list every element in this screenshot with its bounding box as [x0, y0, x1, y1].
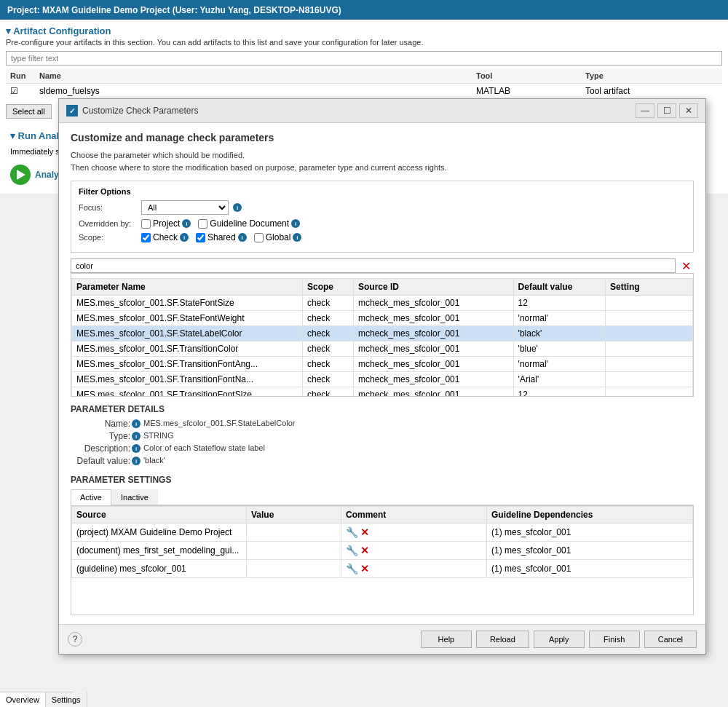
- scope-cell: check: [303, 341, 354, 357]
- project-checkbox-item[interactable]: Project i: [141, 218, 191, 229]
- guideline-doc-checkbox-item[interactable]: Guideline Document i: [198, 218, 300, 229]
- scope-header: Scope: [303, 279, 354, 296]
- row-tool-cell: MATLAB: [476, 86, 585, 96]
- settings-row[interactable]: (guideline) mes_sfcolor_001 🔧 ✕ (1) mes_…: [72, 560, 693, 578]
- search-input[interactable]: [71, 258, 676, 273]
- check-scope-item[interactable]: Check i: [141, 232, 189, 242]
- check-scope-label: Check: [153, 232, 178, 242]
- params-table-scroll[interactable]: Parameter Name Scope Source ID Default v…: [71, 273, 694, 397]
- settings-guideline-cell: (1) mes_sfcolor_001: [487, 524, 693, 542]
- delete-icon[interactable]: ✕: [360, 563, 369, 574]
- default-value-cell: 'normal': [513, 357, 605, 372]
- finish-button[interactable]: Finish: [589, 631, 640, 648]
- default-value-cell: 'normal': [513, 311, 605, 326]
- global-scope-info-icon: i: [293, 233, 301, 242]
- table-row[interactable]: MES.mes_sfcolor_001.SF.StateFontWeight c…: [72, 311, 693, 326]
- tab-overview[interactable]: Overview: [0, 692, 46, 707]
- check-scope-info-icon: i: [180, 233, 189, 242]
- focus-select[interactable]: All: [141, 200, 229, 215]
- artifact-config-title[interactable]: ▾ Artifact Configuration: [6, 25, 722, 36]
- global-scope-checkbox[interactable]: [254, 233, 264, 242]
- bottom-tabs: Overview Settings: [0, 692, 73, 707]
- dialog-body: Customize and manage check parameters Ch…: [59, 123, 705, 624]
- select-all-button[interactable]: Select all: [6, 104, 52, 119]
- clear-search-button[interactable]: ✕: [678, 259, 694, 273]
- tab-inactive[interactable]: Inactive: [111, 489, 158, 505]
- settings-tabs: Active Inactive: [71, 489, 694, 505]
- scope-row: Scope: Check i Shared i Global: [79, 232, 686, 242]
- settings-value-cell: [247, 560, 341, 578]
- shared-scope-item[interactable]: Shared i: [196, 232, 247, 242]
- detail-type-label: Type: i: [71, 431, 143, 441]
- title-bar: Project: MXAM Guideline Demo Project (Us…: [0, 0, 728, 20]
- setting-cell: [606, 326, 693, 341]
- filter-options-label: Filter Options: [79, 187, 686, 196]
- tab-settings[interactable]: Settings: [46, 692, 87, 707]
- source-id-cell: mcheck_mes_sfcolor_001: [354, 357, 514, 372]
- help-button[interactable]: Help: [421, 631, 472, 648]
- dialog-title-text: Customize Check Parameters: [82, 106, 198, 116]
- dialog-icon: ✓: [66, 105, 78, 116]
- check-scope-checkbox[interactable]: [141, 233, 151, 242]
- tab-active[interactable]: Active: [71, 489, 111, 505]
- global-scope-item[interactable]: Global i: [254, 232, 302, 242]
- param-name-cell: MES.mes_sfcolor_001.SF.TransitionFontNa.…: [72, 372, 303, 387]
- settings-row[interactable]: (document) mes_first_set_modeling_gui...…: [72, 542, 693, 560]
- edit-icon[interactable]: 🔧: [346, 526, 358, 538]
- edit-icon[interactable]: 🔧: [346, 545, 358, 556]
- param-name-cell: MES.mes_sfcolor_001.SF.TransitionFontAng…: [72, 357, 303, 372]
- play-icon[interactable]: [10, 165, 31, 185]
- settings-comment-cell: 🔧 ✕: [341, 542, 487, 560]
- minimize-button[interactable]: —: [636, 103, 654, 118]
- table-row[interactable]: MES.mes_sfcolor_001.SF.StateLabelColor c…: [72, 326, 693, 341]
- param-details-header: PARAMETER DETAILS: [71, 404, 694, 414]
- settings-comment-cell: 🔧 ✕: [341, 560, 487, 578]
- guideline-doc-label: Guideline Document: [210, 218, 289, 229]
- shared-scope-label: Shared: [207, 232, 236, 242]
- delete-icon[interactable]: ✕: [360, 545, 369, 556]
- dialog-controls: — ☐ ✕: [636, 103, 698, 118]
- shared-scope-checkbox[interactable]: [196, 233, 205, 242]
- scope-cell: check: [303, 326, 354, 341]
- detail-default-label: Default value: i: [71, 456, 143, 466]
- setting-cell: [606, 357, 693, 372]
- table-row[interactable]: MES.mes_sfcolor_001.SF.TransitionFontAng…: [72, 357, 693, 372]
- maximize-button[interactable]: ☐: [657, 103, 676, 118]
- table-row[interactable]: MES.mes_sfcolor_001.SF.TransitionColor c…: [72, 341, 693, 357]
- default-value-cell: 12: [513, 387, 605, 398]
- param-name-header: Parameter Name: [72, 279, 303, 296]
- col-name-header: Name: [39, 71, 476, 80]
- table-row[interactable]: MES.mes_sfcolor_001.SF.TransitionFontNa.…: [72, 372, 693, 387]
- guideline-doc-info-icon: i: [291, 219, 300, 228]
- detail-default-value: 'black': [143, 456, 165, 465]
- scope-cell: check: [303, 387, 354, 398]
- global-scope-label: Global: [266, 232, 291, 242]
- help-icon[interactable]: ?: [68, 632, 82, 647]
- artifact-table-row[interactable]: ☑ sldemo_fuelsys MATLAB Tool artifact: [6, 84, 722, 98]
- overridden-checkboxes: Project i Guideline Document i: [141, 218, 300, 229]
- close-button[interactable]: ✕: [679, 103, 698, 118]
- footer-buttons: Help Reload Apply Finish Cancel: [421, 631, 697, 648]
- scope-cell: check: [303, 372, 354, 387]
- guideline-doc-checkbox[interactable]: [198, 219, 207, 229]
- setting-cell: [606, 296, 693, 311]
- param-name-cell: MES.mes_sfcolor_001.SF.StateFontSize: [72, 296, 303, 311]
- row-run-cell: ☑: [10, 86, 39, 96]
- artifact-config-desc: Pre-configure your artifacts in this sec…: [6, 38, 722, 47]
- delete-icon[interactable]: ✕: [360, 526, 369, 538]
- source-col-header: Source: [72, 507, 247, 524]
- table-row[interactable]: MES.mes_sfcolor_001.SF.TransitionFontSiz…: [72, 387, 693, 398]
- settings-guideline-cell: (1) mes_sfcolor_001: [487, 560, 693, 578]
- desc-info-icon: i: [132, 444, 141, 453]
- detail-desc-row: Description: i Color of each Stateflow s…: [71, 443, 694, 454]
- apply-button[interactable]: Apply: [534, 631, 585, 648]
- settings-row[interactable]: (project) MXAM Guideline Demo Project 🔧 …: [72, 524, 693, 542]
- cancel-button[interactable]: Cancel: [644, 631, 697, 648]
- dialog-subheading1: Choose the parameter which should be mod…: [71, 149, 694, 162]
- scope-checkboxes: Check i Shared i Global i: [141, 232, 301, 242]
- edit-icon[interactable]: 🔧: [346, 563, 358, 574]
- table-row[interactable]: MES.mes_sfcolor_001.SF.StateFontSize che…: [72, 296, 693, 311]
- artifact-filter-input[interactable]: [6, 51, 722, 66]
- project-checkbox[interactable]: [141, 219, 151, 229]
- reload-button[interactable]: Reload: [476, 631, 529, 648]
